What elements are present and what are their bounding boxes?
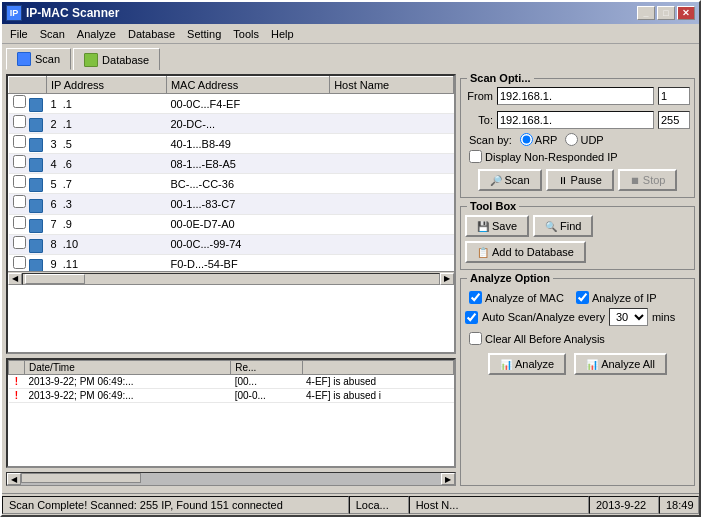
scroll-right-btn[interactable]: ▶ bbox=[440, 273, 454, 285]
row-icon bbox=[29, 259, 43, 271]
arp-radio[interactable] bbox=[520, 133, 533, 146]
analyze-checks: Analyze of MAC Analyze of IP bbox=[465, 287, 690, 304]
table-row[interactable]: 5 .7 BC-...-CC-36 bbox=[9, 174, 454, 194]
scroll-track[interactable] bbox=[22, 273, 440, 285]
analyze-mac-check[interactable] bbox=[469, 291, 482, 304]
scan-table-scroll[interactable]: IP Address MAC Address Host Name 1 .1 00… bbox=[8, 76, 454, 271]
row-icon bbox=[29, 118, 43, 132]
menu-help[interactable]: Help bbox=[265, 26, 300, 42]
row-checkbox[interactable] bbox=[13, 115, 26, 128]
stop-btn-icon bbox=[630, 174, 640, 186]
status-bar: Scan Complete! Scanned: 255 IP, Found 15… bbox=[2, 493, 699, 515]
minimize-button[interactable]: _ bbox=[637, 6, 655, 20]
row-host bbox=[330, 154, 454, 174]
udp-radio[interactable] bbox=[565, 133, 578, 146]
row-checkbox[interactable] bbox=[13, 216, 26, 229]
table-row[interactable]: 7 .9 00-0E-D7-A0 bbox=[9, 214, 454, 234]
row-checkbox[interactable] bbox=[13, 256, 26, 269]
pause-button[interactable]: Pause bbox=[546, 169, 614, 191]
display-non-checkbox[interactable] bbox=[469, 150, 482, 163]
row-checkbox[interactable] bbox=[13, 175, 26, 188]
table-row[interactable]: 6 .3 00-1...-83-C7 bbox=[9, 194, 454, 214]
interval-select[interactable]: 30 bbox=[609, 308, 648, 326]
analyze-buttons: Analyze Analyze All bbox=[465, 353, 690, 375]
udp-radio-label[interactable]: UDP bbox=[565, 133, 603, 146]
analyze-ip-label[interactable]: Analyze of IP bbox=[576, 291, 657, 304]
row-checkbox[interactable] bbox=[13, 95, 26, 108]
scan-button[interactable]: Scan bbox=[478, 169, 542, 191]
status-host-text: Host N... bbox=[416, 499, 459, 511]
row-icon bbox=[29, 158, 43, 172]
row-icon bbox=[29, 178, 43, 192]
arp-radio-label[interactable]: ARP bbox=[520, 133, 558, 146]
log-scroll-track[interactable] bbox=[21, 473, 441, 485]
row-mac: 08-1...-E8-A5 bbox=[166, 154, 329, 174]
row-checkbox[interactable] bbox=[13, 236, 26, 249]
analyze-ip-text: Analyze of IP bbox=[592, 292, 657, 304]
close-button[interactable]: ✕ bbox=[677, 6, 695, 20]
table-row[interactable]: 8 .10 00-0C...-99-74 bbox=[9, 234, 454, 254]
scan-buttons: Scan Pause Stop bbox=[465, 169, 690, 191]
from-input[interactable] bbox=[497, 87, 654, 105]
auto-scan-row: Auto Scan/Analyze every 30 mins bbox=[465, 308, 690, 326]
menu-analyze[interactable]: Analyze bbox=[71, 26, 122, 42]
h-scrollbar[interactable]: ◀ ▶ bbox=[8, 271, 454, 285]
to-input[interactable] bbox=[497, 111, 654, 129]
log-scroll-right[interactable]: ▶ bbox=[441, 473, 455, 485]
analyze-option-title: Analyze Option bbox=[467, 272, 553, 284]
row-icon bbox=[29, 199, 43, 213]
scan-btn-icon bbox=[490, 174, 502, 186]
analyze-button[interactable]: Analyze bbox=[488, 353, 566, 375]
to-end-input[interactable] bbox=[658, 111, 690, 129]
tab-database[interactable]: Database bbox=[73, 48, 160, 70]
menu-setting[interactable]: Setting bbox=[181, 26, 227, 42]
auto-scan-check[interactable] bbox=[465, 311, 478, 324]
tool-box-group: Tool Box Save Find Add to Database bbox=[460, 206, 695, 270]
tab-scan[interactable]: Scan bbox=[6, 48, 71, 70]
to-row: To: bbox=[465, 111, 690, 129]
save-button[interactable]: Save bbox=[465, 215, 529, 237]
col-checkbox bbox=[9, 77, 47, 94]
display-non-row[interactable]: Display Non-Responded IP bbox=[469, 150, 690, 163]
log-col-ref: Re... bbox=[231, 361, 302, 375]
find-button[interactable]: Find bbox=[533, 215, 593, 237]
clear-all-check[interactable] bbox=[469, 332, 482, 345]
table-row[interactable]: 3 .5 40-1...B8-49 bbox=[9, 134, 454, 154]
row-num: 2 .1 bbox=[47, 114, 167, 134]
menu-file[interactable]: File bbox=[4, 26, 34, 42]
analyze-ip-check[interactable] bbox=[576, 291, 589, 304]
log-col-icon bbox=[9, 361, 25, 375]
menu-scan[interactable]: Scan bbox=[34, 26, 71, 42]
log-hscrollbar[interactable]: ◀ ▶ bbox=[6, 472, 456, 486]
menu-tools[interactable]: Tools bbox=[227, 26, 265, 42]
stop-button[interactable]: Stop bbox=[618, 169, 678, 191]
status-location-text: Loca... bbox=[356, 499, 389, 511]
status-date-text: 2013-9-22 bbox=[596, 499, 646, 511]
menu-database[interactable]: Database bbox=[122, 26, 181, 42]
table-row[interactable]: 9 .11 F0-D...-54-BF bbox=[9, 254, 454, 271]
row-checkbox[interactable] bbox=[13, 155, 26, 168]
tab-bar: Scan Database bbox=[2, 44, 699, 70]
add-to-database-button[interactable]: Add to Database bbox=[465, 241, 586, 263]
row-host bbox=[330, 254, 454, 271]
row-mac: BC-...-CC-36 bbox=[166, 174, 329, 194]
analyze-mac-label[interactable]: Analyze of MAC bbox=[469, 291, 564, 304]
clear-all-row[interactable]: Clear All Before Analysis bbox=[469, 332, 690, 345]
table-row[interactable]: 4 .6 08-1...-E8-A5 bbox=[9, 154, 454, 174]
row-icon bbox=[29, 219, 43, 233]
scan-btn-label: Scan bbox=[505, 174, 530, 186]
row-checkbox[interactable] bbox=[13, 135, 26, 148]
log-scroll-thumb[interactable] bbox=[21, 473, 141, 483]
table-row[interactable]: 2 .1 20-DC-... bbox=[9, 114, 454, 134]
scroll-left-btn[interactable]: ◀ bbox=[8, 273, 22, 285]
row-num: 5 .7 bbox=[47, 174, 167, 194]
scroll-thumb[interactable] bbox=[25, 274, 85, 284]
left-panel: IP Address MAC Address Host Name 1 .1 00… bbox=[6, 74, 456, 486]
table-row[interactable]: 1 .1 00-0C...F4-EF bbox=[9, 94, 454, 114]
from-end-input[interactable] bbox=[658, 87, 690, 105]
log-msg: 4-EF] is abused i bbox=[302, 389, 453, 403]
maximize-button[interactable]: □ bbox=[657, 6, 675, 20]
analyze-all-button[interactable]: Analyze All bbox=[574, 353, 667, 375]
log-scroll-left[interactable]: ◀ bbox=[7, 473, 21, 485]
row-checkbox[interactable] bbox=[13, 195, 26, 208]
